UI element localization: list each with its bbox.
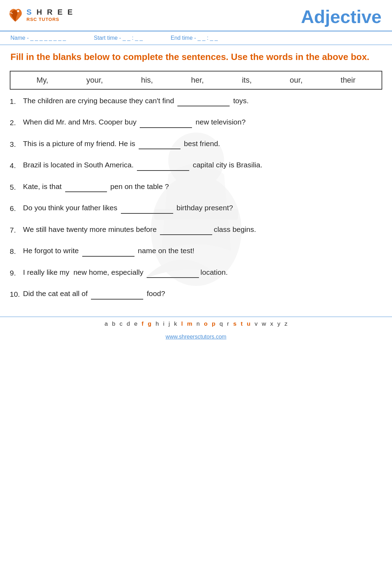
q7-num: 7. [10, 224, 23, 236]
q5-blank[interactable] [65, 184, 107, 192]
q7-blank[interactable] [160, 227, 212, 235]
q3-blank[interactable] [139, 142, 180, 149]
page-title: Adjective [301, 6, 382, 27]
word-box: My, your, his, her, its, our, their [10, 71, 382, 90]
q5-text: Kate, is that pen on the table ? [23, 181, 382, 192]
q5-num: 5. [10, 181, 23, 193]
q10-num: 10. [10, 288, 23, 300]
alpha-letter-q: q [220, 320, 223, 327]
alpha-letter-u: u [247, 320, 250, 327]
instructions: Fill in the blanks below to complete the… [0, 45, 392, 67]
logo-rsc: RSC TUTORS [26, 17, 74, 22]
question-9: 9. I really like my new home, especially… [10, 267, 382, 279]
q2-blank[interactable] [140, 120, 192, 128]
q6-num: 6. [10, 202, 23, 214]
question-8: 8. He forgot to write name on the test! [10, 245, 382, 257]
svg-point-3 [17, 10, 19, 12]
q8-text: He forgot to write name on the test! [23, 245, 382, 257]
word-her: her, [191, 76, 204, 85]
word-his: his, [141, 76, 153, 85]
alphabet-row: abcdefghijklmnopqrstuvwxyz [0, 317, 392, 331]
q1-num: 1. [10, 95, 23, 107]
alpha-letter-v: v [255, 320, 258, 327]
question-7: 7. We still have twenty more minutes bef… [10, 224, 382, 236]
alpha-letter-m: m [187, 320, 192, 327]
q3-text: This is a picture of my friend. He is be… [23, 138, 382, 150]
q4-num: 4. [10, 159, 23, 171]
q2-text: When did Mr. and Mrs. Cooper buy new tel… [23, 116, 382, 128]
alpha-letter-p: p [212, 320, 215, 327]
q4-text: Brazil is located in South America. capi… [23, 159, 382, 171]
alpha-letter-s: s [233, 320, 236, 327]
q1-blank[interactable] [177, 99, 230, 106]
name-time-row: Name - _ _ _ _ _ _ _ _ Start time - _ _ … [0, 31, 392, 45]
q3-num: 3. [10, 138, 23, 150]
word-our: our, [290, 76, 303, 85]
alpha-letter-k: k [174, 320, 177, 327]
logo-text: S H R E E RSC TUTORS [26, 8, 74, 22]
alpha-letter-g: g [148, 320, 151, 327]
questions-section: 1. The children are crying because they … [0, 93, 392, 313]
q8-num: 8. [10, 245, 23, 257]
alpha-letter-w: w [262, 320, 266, 327]
alpha-letter-y: y [277, 320, 280, 327]
alpha-letter-r: r [227, 320, 229, 327]
logo-bird-icon [7, 6, 24, 23]
q7-text: We still have twenty more minutes before… [23, 224, 382, 235]
alpha-letter-z: z [285, 320, 288, 327]
question-10: 10. Did the cat eat all of food? [10, 288, 382, 300]
logo-area: S H R E E RSC TUTORS [7, 6, 74, 23]
start-time-label: Start time - _ _ : _ _ [94, 35, 143, 41]
q10-blank[interactable] [91, 292, 143, 300]
q1-text: The children are crying because they can… [23, 95, 382, 107]
alpha-letter-d: d [126, 320, 130, 327]
footer-url: www.shreersctutors.com [166, 334, 226, 340]
alpha-letter-j: j [169, 320, 170, 327]
alpha-letter-e: e [134, 320, 137, 327]
q10-text: Did the cat eat all of food? [23, 288, 382, 300]
end-time-label: End time - _ _ : _ _ [171, 35, 218, 41]
q4-blank[interactable] [137, 163, 189, 171]
footer: www.shreersctutors.com [0, 331, 392, 343]
alpha-letter-c: c [120, 320, 123, 327]
word-my: My, [37, 76, 48, 85]
alpha-letter-h: h [155, 320, 159, 327]
question-3: 3. This is a picture of my friend. He is… [10, 138, 382, 150]
q6-text: Do you think your father likes birthday … [23, 202, 382, 214]
question-1: 1. The children are crying because they … [10, 95, 382, 107]
q8-blank[interactable] [82, 249, 134, 257]
q9-num: 9. [10, 267, 23, 279]
word-their: their [341, 76, 356, 85]
q2-num: 2. [10, 116, 23, 128]
q9-text: I really like my new home, especially lo… [23, 267, 382, 278]
word-your: your, [86, 76, 103, 85]
alpha-letter-t: t [241, 320, 243, 327]
alpha-letter-l: l [181, 320, 183, 327]
header: S H R E E RSC TUTORS Adjective [0, 0, 392, 31]
alpha-letter-a: a [105, 320, 108, 327]
alpha-letter-n: n [197, 320, 200, 327]
q6-blank[interactable] [121, 206, 173, 214]
alpha-letter-x: x [270, 320, 274, 327]
question-2: 2. When did Mr. and Mrs. Cooper buy new … [10, 116, 382, 128]
alpha-letter-i: i [163, 320, 164, 327]
alpha-letter-f: f [141, 320, 144, 327]
q9-blank[interactable] [147, 270, 199, 278]
question-4: 4. Brazil is located in South America. c… [10, 159, 382, 171]
alpha-letter-b: b [112, 320, 115, 327]
word-its: its, [242, 76, 252, 85]
alpha-letter-o: o [204, 320, 207, 327]
question-6: 6. Do you think your father likes birthd… [10, 202, 382, 214]
name-label: Name - _ _ _ _ _ _ _ _ [10, 35, 66, 41]
logo-shree: S H R E E [26, 8, 74, 17]
question-5: 5. Kate, is that pen on the table ? [10, 181, 382, 193]
